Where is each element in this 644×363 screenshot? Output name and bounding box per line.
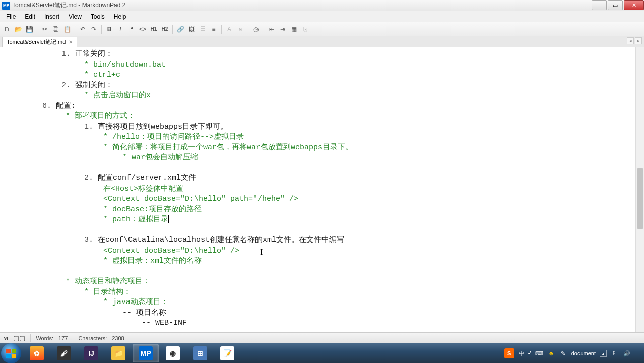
taskbar-app-8[interactable]: 📝 <box>214 344 240 362</box>
new-file-icon[interactable]: 🗋 <box>2 24 12 34</box>
vertical-scrollbar[interactable] <box>635 47 644 332</box>
quote-icon[interactable]: ❝ <box>126 24 137 34</box>
open-file-icon[interactable]: 📂 <box>13 24 23 34</box>
scroll-thumb[interactable] <box>637 168 643 229</box>
close-button[interactable]: ✕ <box>624 0 644 10</box>
app-icon: MP <box>2 2 10 10</box>
tab-prev-icon[interactable]: ◂ <box>627 37 634 44</box>
link-icon[interactable]: 🔗 <box>175 24 185 34</box>
separator <box>75 25 75 34</box>
preview-forward-icon[interactable]: ⇥ <box>278 24 288 34</box>
menu-insert[interactable]: Insert <box>40 12 63 21</box>
ime-punct-icon[interactable]: •' <box>528 350 531 356</box>
menu-tools[interactable]: Tools <box>87 12 109 21</box>
editor-wrap: 1. 正常关闭：* bin/shutdown.bat* ctrl+c2. 强制关… <box>0 47 644 332</box>
toolbar: 🗋 📂 💾 ✂ ⿻ 📋 ↶ ↷ B I ❝ <> H1 H2 🔗 🖼 ☰ ≡ A… <box>0 22 644 36</box>
preview-back-icon[interactable]: ⇤ <box>267 24 277 34</box>
font-large-icon[interactable]: A <box>224 24 234 34</box>
tab-active[interactable]: Tomcat&Servlet笔记.md ✕ <box>2 37 77 47</box>
menu-help[interactable]: Help <box>110 12 131 21</box>
chars-value: 2308 <box>112 335 124 341</box>
tab-label: Tomcat&Servlet笔记.md <box>7 38 66 46</box>
window-controls: — ▭ ✕ <box>591 0 644 11</box>
separator <box>264 25 264 34</box>
tab-next-icon[interactable]: ▸ <box>635 37 642 44</box>
words-value: 177 <box>58 335 68 341</box>
copy-icon[interactable]: ⿻ <box>51 24 61 34</box>
font-small-icon[interactable]: a <box>235 24 245 34</box>
taskbar-markdownpad[interactable]: MP <box>133 344 159 362</box>
chars-label: Characters: <box>78 335 107 341</box>
tray-document-label[interactable]: document <box>571 350 596 356</box>
taskbar-intellij[interactable]: IJ <box>78 344 104 362</box>
separator <box>37 25 37 34</box>
menubar: File Edit Insert View Tools Help <box>0 11 644 22</box>
h2-button[interactable]: H2 <box>160 24 170 34</box>
taskbar-explorer[interactable]: 📁 <box>105 344 132 362</box>
ime-sogou-icon[interactable]: S <box>504 348 514 358</box>
windows-logo-icon <box>6 349 16 358</box>
tab-nav: ◂ ▸ <box>627 37 642 44</box>
taskbar-app-7[interactable]: ⊞ <box>187 344 213 362</box>
ime-lang-icon[interactable]: 中 <box>519 350 524 357</box>
taskbar-app-2[interactable]: 🖌 <box>51 344 77 362</box>
titlebar: MP Tomcat&Servlet笔记.md - MarkdownPad 2 —… <box>0 0 644 11</box>
h1-button[interactable]: H1 <box>149 24 159 34</box>
timestamp-icon[interactable]: ◷ <box>251 24 261 34</box>
tray-expand-icon[interactable]: ▴ <box>600 350 607 357</box>
minimize-button[interactable]: — <box>592 0 607 10</box>
bold-icon[interactable]: B <box>104 24 114 34</box>
image-icon[interactable]: 🖼 <box>186 24 197 34</box>
italic-icon[interactable]: I <box>115 24 125 34</box>
redo-icon[interactable]: ↷ <box>89 24 99 34</box>
system-tray: S 中 •' ⌨ ☻ ✎ document ▴ ⚐ 🔊 <box>504 348 644 358</box>
window-title: Tomcat&Servlet笔记.md - MarkdownPad 2 <box>12 1 591 10</box>
tabstrip: Tomcat&Servlet笔记.md ✕ ◂ ▸ <box>0 36 644 47</box>
separator <box>172 25 173 34</box>
preview-mode-icon[interactable]: ▢▢ <box>13 334 25 342</box>
columns-icon[interactable]: ▦ <box>289 24 299 34</box>
start-button[interactable] <box>1 343 21 363</box>
show-desktop-button[interactable] <box>637 349 641 357</box>
ol-icon[interactable]: ≡ <box>209 24 219 34</box>
separator <box>30 334 31 342</box>
volume-icon[interactable]: 🔊 <box>623 349 631 357</box>
separator <box>221 25 222 34</box>
maximize-button[interactable]: ▭ <box>608 0 623 10</box>
editor[interactable]: 1. 正常关闭：* bin/shutdown.bat* ctrl+c2. 强制关… <box>0 47 644 332</box>
tab-close-icon[interactable]: ✕ <box>69 39 73 45</box>
text-caret-icon: I <box>260 248 263 257</box>
taskbar: ✿ 🖌 IJ 📁 MP ◉ ⊞ 📝 S 中 •' ⌨ ☻ ✎ document … <box>0 343 644 363</box>
taskbar-app-1[interactable]: ✿ <box>24 344 50 362</box>
separator <box>73 334 73 342</box>
words-label: Words: <box>36 335 53 341</box>
ime-emoji-icon[interactable]: ☻ <box>547 349 555 357</box>
ul-icon[interactable]: ☰ <box>198 24 208 34</box>
paste-icon[interactable]: 📋 <box>62 24 72 34</box>
taskbar-chrome[interactable]: ◉ <box>160 344 186 362</box>
cut-icon[interactable]: ✂ <box>40 24 50 34</box>
undo-icon[interactable]: ↶ <box>78 24 88 34</box>
action-center-icon[interactable]: ⚐ <box>611 349 619 357</box>
ime-settings-icon[interactable]: ✎ <box>559 349 567 357</box>
menu-file[interactable]: File <box>2 12 20 21</box>
menu-view[interactable]: View <box>65 12 86 21</box>
save-icon[interactable]: 💾 <box>24 24 34 34</box>
code-icon[interactable]: <> <box>138 24 148 34</box>
statusbar: M ▢▢ Words: 177 Characters: 2308 <box>0 332 644 343</box>
separator <box>248 25 248 34</box>
export-icon[interactable]: ⎘ <box>300 24 310 34</box>
separator <box>101 25 102 34</box>
ime-keyboard-icon[interactable]: ⌨ <box>535 349 543 357</box>
menu-edit[interactable]: Edit <box>21 12 39 21</box>
markdown-mode-icon[interactable]: M <box>3 335 8 341</box>
